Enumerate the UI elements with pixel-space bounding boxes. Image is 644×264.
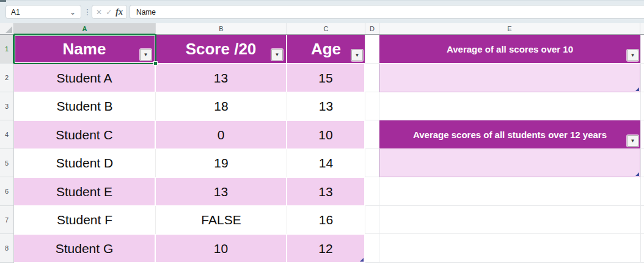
cell-B8[interactable]: 10 bbox=[156, 234, 287, 263]
column-header-a[interactable]: A bbox=[14, 23, 156, 34]
cell-value: 12 bbox=[318, 241, 332, 256]
select-all-corner[interactable] bbox=[0, 23, 14, 34]
filter-button-summary-1[interactable]: ▼ bbox=[627, 50, 639, 61]
cell-E8[interactable] bbox=[379, 234, 640, 263]
cell-area: Name ▼ Score /20 ▼ Age ▼ Average of all … bbox=[14, 35, 644, 263]
cell-A3[interactable]: Student B bbox=[14, 92, 156, 120]
filter-caret-icon: ▼ bbox=[144, 53, 148, 57]
cell-E2[interactable] bbox=[379, 64, 640, 92]
column-header-f-partial[interactable] bbox=[640, 23, 644, 34]
cell-B3[interactable]: 18 bbox=[156, 92, 287, 120]
table-resize-handle[interactable] bbox=[635, 172, 639, 176]
row-header-5[interactable]: 5 bbox=[0, 149, 13, 177]
cell-C6[interactable]: 13 bbox=[287, 177, 365, 206]
cell-A5[interactable]: Student D bbox=[14, 149, 156, 177]
filter-button-summary-2[interactable]: ▼ bbox=[627, 135, 639, 147]
filter-caret-icon: ▼ bbox=[275, 53, 280, 57]
select-all-triangle-icon bbox=[5, 26, 12, 33]
cell-D2[interactable] bbox=[365, 64, 379, 92]
filter-button-score[interactable]: ▼ bbox=[271, 49, 283, 61]
filter-caret-icon: ▼ bbox=[355, 53, 360, 58]
chevron-down-icon[interactable]: ⌄ bbox=[70, 9, 76, 15]
sheet-grid: A B C D E 1 2 3 4 5 6 7 8 Name ▼ bbox=[0, 23, 644, 264]
cell-C3[interactable]: 13 bbox=[287, 92, 365, 120]
cell-E4[interactable]: Average scores of all students over 12 y… bbox=[379, 120, 640, 149]
cell-B7[interactable]: FALSE bbox=[156, 206, 287, 234]
fill-handle[interactable] bbox=[153, 61, 158, 65]
cell-D3[interactable] bbox=[365, 92, 379, 120]
filter-caret-icon: ▼ bbox=[631, 53, 635, 58]
column-header-e[interactable]: E bbox=[379, 23, 640, 34]
cell-F8-partial[interactable] bbox=[640, 234, 644, 263]
formula-bar-input[interactable]: Name bbox=[130, 5, 644, 19]
table-resize-handle[interactable] bbox=[360, 258, 364, 262]
filter-caret-icon: ▼ bbox=[631, 139, 635, 144]
filter-button-name[interactable]: ▼ bbox=[140, 49, 152, 61]
column-header-b[interactable]: B bbox=[156, 23, 287, 34]
window-chrome-fragment bbox=[0, 0, 6, 2]
cell-D6[interactable] bbox=[365, 177, 379, 206]
cell-C5[interactable]: 14 bbox=[287, 149, 365, 177]
spreadsheet-app: A1 ⌄ ⋮ ✕ ✓ fx Name A B C D E 1 2 bbox=[0, 0, 644, 264]
cell-D7[interactable] bbox=[365, 206, 379, 234]
cell-E1[interactable]: Average of all scores over 10 ▼ bbox=[379, 35, 640, 64]
table-header-age: Age bbox=[311, 40, 341, 59]
cell-F5-partial[interactable] bbox=[640, 149, 644, 177]
cell-C7[interactable]: 16 bbox=[287, 206, 365, 234]
formula-toolbar: A1 ⌄ ⋮ ✕ ✓ fx Name bbox=[0, 0, 644, 23]
cell-E7[interactable] bbox=[379, 206, 640, 234]
column-header-c[interactable]: C bbox=[287, 23, 365, 34]
cell-A8[interactable]: Student G bbox=[14, 234, 156, 263]
cell-F2-partial[interactable] bbox=[640, 64, 644, 92]
row-header-8[interactable]: 8 bbox=[0, 234, 13, 263]
row-header-4[interactable]: 4 bbox=[0, 120, 13, 149]
row-header-7[interactable]: 7 bbox=[0, 206, 13, 234]
name-box[interactable]: A1 ⌄ bbox=[5, 5, 81, 19]
cell-C1[interactable]: Age ▼ bbox=[287, 35, 365, 64]
cell-F3-partial[interactable] bbox=[640, 92, 644, 120]
column-header-d[interactable]: D bbox=[365, 23, 379, 34]
cell-A2[interactable]: Student A bbox=[14, 64, 156, 92]
name-box-resize-handle[interactable]: ⋮ bbox=[84, 5, 90, 19]
cell-F4-partial[interactable] bbox=[640, 120, 644, 149]
cell-A6[interactable]: Student E bbox=[14, 177, 156, 206]
row-header-6[interactable]: 6 bbox=[0, 177, 13, 206]
cell-F7-partial[interactable] bbox=[640, 206, 644, 234]
table-header-name: Name bbox=[63, 40, 106, 59]
cell-E6[interactable] bbox=[379, 177, 640, 206]
cell-F6-partial[interactable] bbox=[640, 177, 644, 206]
column-headers: A B C D E bbox=[0, 23, 644, 35]
summary-header-1: Average of all scores over 10 bbox=[447, 44, 573, 54]
row-headers: 1 2 3 4 5 6 7 8 bbox=[0, 35, 14, 263]
cancel-icon[interactable]: ✕ bbox=[96, 9, 102, 16]
formula-buttons-group: ✕ ✓ fx bbox=[92, 5, 127, 19]
summary-header-2: Average scores of all students over 12 y… bbox=[413, 130, 607, 140]
table-resize-handle[interactable] bbox=[635, 87, 639, 91]
cell-C2[interactable]: 15 bbox=[287, 64, 365, 92]
cell-B4[interactable]: 0 bbox=[156, 120, 287, 149]
cell-C8[interactable]: 12 bbox=[287, 234, 365, 263]
cell-E5[interactable] bbox=[379, 149, 640, 177]
cell-A4[interactable]: Student C bbox=[14, 120, 156, 149]
cell-D4[interactable] bbox=[365, 120, 379, 149]
cell-B6[interactable]: 13 bbox=[156, 177, 287, 206]
row-header-1[interactable]: 1 bbox=[0, 35, 13, 64]
cell-A7[interactable]: Student F bbox=[14, 206, 156, 234]
cell-E3[interactable] bbox=[379, 92, 640, 120]
cell-D1[interactable] bbox=[365, 35, 379, 64]
cell-D5[interactable] bbox=[365, 149, 379, 177]
cell-D8[interactable] bbox=[365, 234, 379, 263]
cell-B2[interactable]: 13 bbox=[156, 64, 287, 92]
name-box-value: A1 bbox=[11, 8, 20, 16]
insert-function-icon[interactable]: fx bbox=[115, 8, 123, 16]
row-header-2[interactable]: 2 bbox=[0, 64, 13, 92]
table-header-score: Score /20 bbox=[186, 40, 257, 59]
cell-B5[interactable]: 19 bbox=[156, 149, 287, 177]
cell-F1-partial[interactable] bbox=[640, 35, 644, 64]
cell-A1[interactable]: Name ▼ bbox=[14, 35, 156, 64]
row-header-3[interactable]: 3 bbox=[0, 92, 13, 120]
enter-icon[interactable]: ✓ bbox=[106, 9, 112, 16]
cell-C4[interactable]: 10 bbox=[287, 120, 365, 149]
filter-button-age[interactable]: ▼ bbox=[351, 50, 363, 61]
cell-B1[interactable]: Score /20 ▼ bbox=[156, 35, 287, 64]
